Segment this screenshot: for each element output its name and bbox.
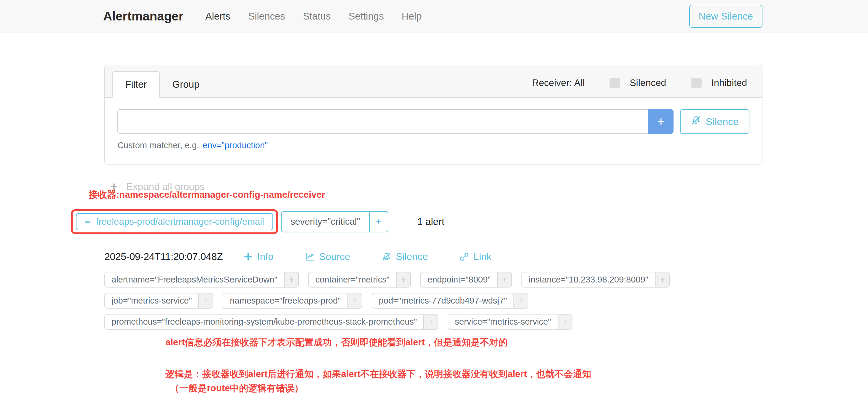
alert-label-text: service="metrics-service" — [447, 314, 558, 330]
alert-label-chip: alertname="FreeleapsMetricsServiceDown"+ — [104, 272, 299, 287]
nav-item-silences[interactable]: Silences — [239, 11, 294, 22]
label-row: job="metrics-service"+namespace="freelea… — [104, 293, 763, 309]
receiver-group-name: freeleaps-prod/alertmanager-config/email — [96, 216, 264, 227]
top-navbar: Alertmanager AlertsSilencesStatusSetting… — [0, 0, 868, 33]
alert-action-link[interactable]: Link — [459, 251, 492, 262]
annotation-logic-line1: 逻辑是：接收器收到alert后进行通知，如果alert不在接收器下，说明接收器没… — [165, 367, 763, 381]
add-label-filter-button[interactable]: + — [498, 272, 512, 287]
alert-label-chip: service="metrics-service"+ — [447, 314, 572, 330]
add-label-filter-button[interactable]: + — [397, 272, 411, 287]
filter-card-body: + Silence Custom matcher, e.g.env="produ… — [105, 98, 762, 164]
toggle-silenced[interactable]: Silenced — [610, 78, 666, 88]
checkbox-silenced[interactable] — [610, 78, 620, 88]
alert-label-chip: instance="10.233.98.209:8009"+ — [522, 272, 670, 287]
alert-label-chip: namespace="freeleaps-prod"+ — [223, 293, 362, 309]
label-row: prometheus="freeleaps-monitoring-system/… — [104, 314, 763, 330]
custom-matcher-hint: Custom matcher, e.g.env="production" — [117, 141, 749, 150]
alert-actions: InfoSourceSilenceLink — [243, 251, 491, 262]
alert-label-text: alertname="FreeleapsMetricsServiceDown" — [104, 272, 285, 287]
alert-label-text: namespace="freeleaps-prod" — [223, 293, 348, 309]
alert-action-label: Silence — [396, 251, 428, 262]
group-matcher-add-button[interactable]: + — [369, 211, 389, 233]
alert-label-text: endpoint="8009" — [421, 272, 498, 287]
silence-filter-button[interactable]: Silence — [680, 109, 749, 134]
annotation-logic-note: 逻辑是：接收器收到alert后进行通知，如果alert不在接收器下，说明接收器没… — [165, 367, 763, 395]
chart-icon — [305, 252, 315, 262]
add-label-filter-button[interactable]: + — [348, 293, 362, 309]
alert-label-chip: job="metrics-service"+ — [104, 293, 213, 309]
bell-slash-icon — [691, 115, 702, 128]
add-label-filter-button[interactable]: + — [285, 272, 299, 287]
annotation-alert-note: alert信息必须在接收器下才表示配置成功，否则即使能看到alert，但是通知是… — [165, 336, 763, 348]
link-icon — [459, 252, 469, 262]
silence-filter-label: Silence — [706, 116, 739, 127]
alert-label-chip: container="metrics"+ — [308, 272, 411, 287]
alert-label-chip: endpoint="8009"+ — [421, 272, 512, 287]
add-label-filter-button[interactable]: + — [655, 272, 670, 287]
alert-action-label: Source — [319, 251, 350, 262]
annotation-receiver-note: 接收器:namespace/altermanager-config-name/r… — [89, 188, 763, 201]
tab-filter[interactable]: Filter — [112, 71, 160, 98]
alert-label-text: prometheus="freeleaps-monitoring-system/… — [104, 314, 424, 330]
alert-action-source[interactable]: Source — [305, 251, 350, 262]
group-matcher-chip: severity="critical" + — [281, 211, 389, 233]
nav-item-status[interactable]: Status — [294, 11, 340, 22]
alert-count: 1 alert — [417, 216, 445, 227]
toggle-inhibited[interactable]: Inhibited — [691, 78, 747, 88]
state-toggles: SilencedInhibited — [610, 78, 747, 88]
alert-label-chip: pod="metrics-77d9cdb497-wdsj7"+ — [372, 293, 528, 309]
alert-label-text: pod="metrics-77d9cdb497-wdsj7" — [372, 293, 514, 309]
receiver-group-collapse-button[interactable]: − freeleaps-prod/alertmanager-config/ema… — [76, 213, 273, 230]
new-silence-button[interactable]: New Silence — [689, 5, 763, 28]
add-matcher-button[interactable]: + — [648, 109, 674, 134]
group-matcher-label[interactable]: severity="critical" — [281, 211, 369, 233]
filter-group-tabs: Filter Group — [112, 71, 212, 97]
add-label-filter-button[interactable]: + — [199, 293, 213, 309]
alert-action-label: Link — [473, 251, 492, 262]
alert-labels: alertname="FreeleapsMetricsServiceDown"+… — [104, 272, 763, 330]
label-row: alertname="FreeleapsMetricsServiceDown"+… — [104, 272, 763, 287]
add-label-filter-button[interactable]: + — [424, 314, 438, 330]
alert-timestamp: 2025-09-24T11:20:07.048Z — [104, 251, 223, 262]
alert-label-text: instance="10.233.98.209:8009" — [522, 272, 655, 287]
bell-slash-icon — [381, 252, 392, 262]
alert-label-text: job="metrics-service" — [104, 293, 199, 309]
checkbox-inhibited[interactable] — [691, 78, 702, 88]
alert-action-info[interactable]: Info — [243, 251, 273, 262]
nav-item-alerts[interactable]: Alerts — [196, 11, 239, 22]
minus-icon: − — [85, 216, 91, 228]
app-brand[interactable]: Alertmanager — [103, 9, 184, 23]
toggle-label-silenced: Silenced — [630, 78, 666, 88]
matcher-example-link[interactable]: env="production" — [203, 141, 268, 150]
main-nav: AlertsSilencesStatusSettingsHelp — [196, 11, 431, 22]
filter-card: Filter Group Receiver: All SilencedInhib… — [104, 65, 763, 164]
plus-icon — [243, 252, 253, 262]
alert-action-label: Info — [257, 251, 273, 262]
filter-card-header: Filter Group Receiver: All SilencedInhib… — [105, 65, 762, 98]
alert-action-silence[interactable]: Silence — [381, 251, 428, 262]
nav-item-settings[interactable]: Settings — [339, 11, 393, 22]
tab-group[interactable]: Group — [160, 72, 212, 97]
alert-label-text: container="metrics" — [308, 272, 397, 287]
matcher-input[interactable] — [117, 109, 648, 134]
annotation-logic-line2: （一般是route中的逻辑有错误） — [165, 381, 763, 395]
receiver-filter-dropdown[interactable]: Receiver: All — [532, 78, 585, 88]
alert-label-chip: prometheus="freeleaps-monitoring-system/… — [104, 314, 438, 330]
toggle-label-inhibited: Inhibited — [711, 78, 747, 88]
add-label-filter-button[interactable]: + — [558, 314, 572, 330]
nav-item-help[interactable]: Help — [393, 11, 431, 22]
annotation-highlight-box: − freeleaps-prod/alertmanager-config/ema… — [71, 209, 278, 234]
add-label-filter-button[interactable]: + — [514, 293, 528, 309]
